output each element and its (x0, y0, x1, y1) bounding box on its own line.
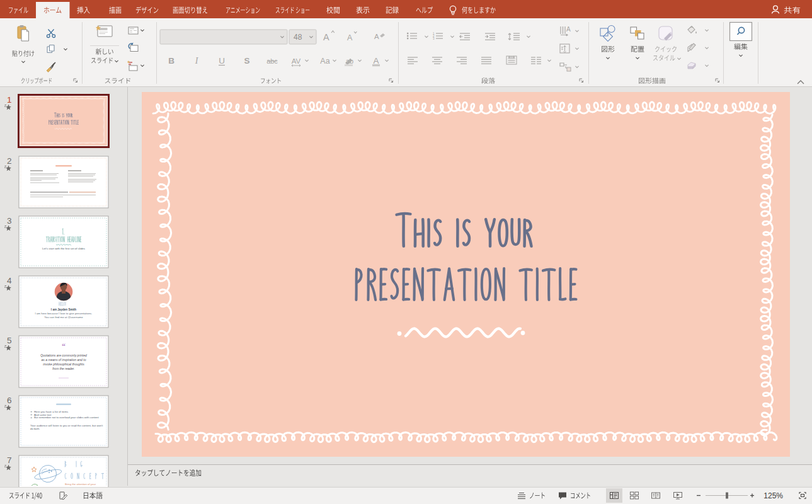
svg-text:But remember not to overload y: But remember not to overload your slides… (34, 416, 100, 419)
svg-text:A: A (323, 32, 329, 42)
svg-text:125%: 125% (763, 491, 783, 500)
svg-text:“: “ (62, 342, 66, 351)
svg-text:You can find me at @username: You can find me at @username (44, 316, 83, 319)
svg-text:48: 48 (294, 33, 302, 42)
svg-text:as a means of inspiration and: as a means of inspiration and to (42, 358, 86, 362)
svg-text:Aa: Aa (320, 57, 329, 66)
svg-text:A: A (373, 56, 379, 66)
svg-text:4: 4 (7, 276, 12, 285)
svg-text:U: U (219, 56, 225, 66)
svg-text:AV: AV (292, 57, 301, 65)
svg-text:1: 1 (7, 95, 12, 105)
svg-text:2: 2 (7, 156, 12, 166)
svg-text:invoke philosophical thoughts: invoke philosophical thoughts (43, 362, 84, 366)
svg-text:I am here because I love to gi: I am here because I love to give present… (35, 312, 92, 315)
svg-text:A: A (347, 33, 353, 42)
svg-text:Your audience will listen to y: Your audience will listen to you or read… (30, 424, 103, 427)
svg-text:3: 3 (7, 216, 12, 226)
svg-text:Bring the attention of your: Bring the attention of your (65, 483, 96, 486)
svg-text:6: 6 (7, 396, 12, 405)
svg-text:I am Jayden Smith: I am Jayden Smith (51, 308, 77, 311)
svg-text:Let's start with the first set: Let's start with the first set of slides (42, 247, 86, 250)
svg-text:do both.: do both. (30, 427, 40, 430)
svg-text:A: A (566, 26, 571, 33)
svg-text:B: B (168, 56, 174, 66)
svg-text:A: A (374, 33, 379, 40)
svg-text:5: 5 (7, 336, 12, 345)
svg-text:from the reader.: from the reader. (52, 367, 74, 370)
svg-text:Quotations are commonly printe: Quotations are commonly printed (40, 353, 87, 357)
svg-text:7: 7 (7, 455, 12, 465)
svg-text:S: S (244, 56, 249, 66)
